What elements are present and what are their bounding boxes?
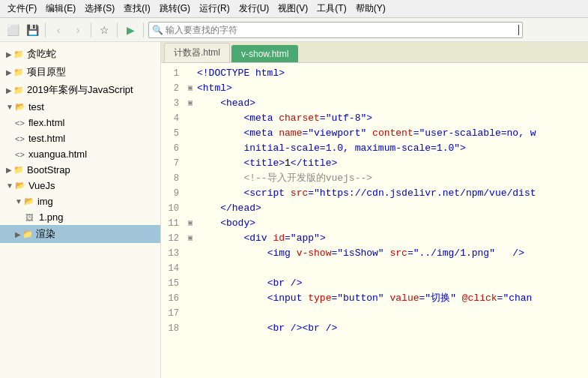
arrow-down-icon: ▼: [6, 182, 13, 190]
menu-tools[interactable]: 工具(T): [312, 1, 351, 16]
code-line-13: 13 <img v-show="isShow" src="../img/1.pn…: [161, 246, 588, 261]
sidebar-item-flex[interactable]: <> flex.html: [0, 115, 160, 130]
code-line-2: 2 ▣ <html>: [161, 81, 588, 96]
arrow-right-icon: ▶: [6, 50, 12, 58]
menu-edit[interactable]: 编辑(E): [41, 1, 80, 16]
arrow-down-icon: ▼: [15, 197, 22, 206]
code-line-15: 15 <br />: [161, 276, 588, 291]
sidebar-label-bootstrap: BootStrap: [27, 164, 156, 176]
code-line-17: 17: [161, 306, 588, 321]
search-input[interactable]: [166, 25, 517, 35]
main-layout: ▶ 📁 贪吃蛇 ▶ 📁 项目原型 ▶ 📁 2019年案例与JavaScript …: [0, 42, 588, 378]
sidebar-label-prototype: 项目原型: [27, 65, 156, 79]
editor-area: 计数器.html v-show.html 1 <!DOCTYPE html> 2…: [161, 42, 588, 378]
code-line-4: 4 <meta charset="utf-8">: [161, 111, 588, 126]
menu-select[interactable]: 选择(S): [80, 1, 119, 16]
arrow-right-icon: ▶: [15, 230, 21, 238]
sidebar-label-img: img: [37, 196, 156, 207]
menu-file[interactable]: 文件(F): [3, 1, 41, 16]
sidebar-label-1png: 1.png: [39, 212, 156, 223]
code-line-14: 14: [161, 261, 588, 276]
sidebar-item-prototype[interactable]: ▶ 📁 项目原型: [0, 63, 160, 81]
search-icon: 🔍: [152, 25, 163, 35]
sidebar-label-2019: 2019年案例与JavaScript: [27, 83, 156, 97]
sidebar-item-snakes[interactable]: ▶ 📁 贪吃蛇: [0, 45, 160, 63]
menu-bar: 文件(F) 编辑(E) 选择(S) 查找(I) 跳转(G) 运行(R) 发行(U…: [0, 0, 588, 18]
code-line-7: 7 <title>1</title>: [161, 156, 588, 171]
sidebar: ▶ 📁 贪吃蛇 ▶ 📁 项目原型 ▶ 📁 2019年案例与JavaScript …: [0, 42, 161, 378]
code-line-12: 12 ▣ <div id="app">: [161, 231, 588, 246]
toolbar-separator-1: [45, 22, 46, 38]
sidebar-item-xuangua[interactable]: <> xuangua.html: [0, 146, 160, 162]
toolbar-separator-4: [143, 22, 144, 38]
folder-open-icon: 📂: [15, 102, 25, 112]
code-line-6: 6 initial-scale=1.0, maximum-scale=1.0">: [161, 141, 588, 156]
star-button[interactable]: ☆: [96, 22, 112, 38]
tab-vshow[interactable]: v-show.html: [231, 45, 298, 62]
menu-run[interactable]: 运行(R): [195, 1, 234, 16]
sidebar-item-2019[interactable]: ▶ 📁 2019年案例与JavaScript: [0, 81, 160, 99]
html-file-icon: <>: [15, 150, 25, 159]
sidebar-label-xuan: 渲染: [36, 227, 156, 241]
sidebar-label-xuangua: xuangua.html: [28, 148, 156, 160]
back-button[interactable]: ‹: [50, 22, 67, 38]
sidebar-label-test-html: test.html: [28, 133, 156, 144]
arrow-right-icon: ▶: [6, 68, 12, 76]
menu-goto[interactable]: 跳转(G): [155, 1, 195, 16]
new-file-button[interactable]: ⬜: [4, 22, 21, 38]
sidebar-item-img[interactable]: ▼ 📂 img: [0, 194, 160, 209]
arrow-down-icon: ▼: [6, 103, 13, 111]
folder-icon: 📁: [13, 50, 24, 59]
menu-help[interactable]: 帮助(Y): [351, 1, 390, 16]
code-line-8: 8 <!--导入开发版的vuejs-->: [161, 171, 588, 186]
cursor-indicator: [518, 25, 519, 35]
folder-icon: 📁: [13, 68, 24, 77]
sidebar-label-vuejs: VueJs: [28, 180, 156, 191]
sidebar-label-test: test: [28, 101, 156, 112]
image-file-icon: 🖼: [25, 213, 36, 222]
arrow-right-icon: ▶: [6, 166, 12, 174]
sidebar-item-test[interactable]: ▼ 📂 test: [0, 99, 160, 115]
forward-button[interactable]: ›: [70, 22, 86, 38]
code-line-3: 3 ▣ <head>: [161, 96, 588, 111]
code-area[interactable]: 1 <!DOCTYPE html> 2 ▣ <html> 3 ▣ <head> …: [161, 63, 588, 378]
sidebar-item-bootstrap[interactable]: ▶ 📁 BootStrap: [0, 162, 160, 178]
sidebar-label-flex: flex.html: [28, 117, 156, 128]
tab-bar: 计数器.html v-show.html: [161, 42, 588, 63]
menu-publish[interactable]: 发行(U): [234, 1, 274, 16]
folder-open-icon: 📂: [15, 181, 25, 190]
arrow-right-icon: ▶: [6, 86, 12, 94]
folder-open-icon: 📂: [24, 196, 34, 206]
code-line-11: 11 ▣ <body>: [161, 216, 588, 231]
tab-counter-label: 计数器.html: [174, 46, 220, 59]
code-line-18: 18 <br /><br />: [161, 321, 588, 336]
folder-icon: 📁: [13, 86, 24, 95]
code-line-9: 9 <script src="https://cdn.jsdelivr.net/…: [161, 186, 588, 201]
save-button[interactable]: 💾: [24, 22, 40, 38]
sidebar-item-1png[interactable]: 🖼 1.png: [0, 209, 160, 225]
tab-counter[interactable]: 计数器.html: [164, 43, 230, 62]
code-line-5: 5 <meta name="viewport" content="user-sc…: [161, 126, 588, 141]
folder-icon: 📁: [22, 230, 33, 239]
toolbar-separator-3: [117, 22, 118, 38]
sidebar-label-snakes: 贪吃蛇: [27, 47, 156, 61]
run-button[interactable]: ▶: [122, 22, 139, 38]
code-line-16: 16 <input type="button" value="切换" @clic…: [161, 291, 588, 306]
toolbar: ⬜ 💾 ‹ › ☆ ▶ 🔍: [0, 18, 588, 42]
sidebar-item-test-html[interactable]: <> test.html: [0, 130, 160, 146]
sidebar-item-vuejs[interactable]: ▼ 📂 VueJs: [0, 178, 160, 194]
search-box: 🔍: [148, 22, 523, 38]
html-file-icon: <>: [15, 118, 25, 128]
code-line-1: 1 <!DOCTYPE html>: [161, 66, 588, 81]
menu-view[interactable]: 视图(V): [273, 1, 312, 16]
toolbar-separator-2: [91, 22, 91, 38]
menu-find[interactable]: 查找(I): [119, 1, 154, 16]
sidebar-item-xuan[interactable]: ▶ 📁 渲染: [0, 225, 160, 243]
tab-vshow-label: v-show.html: [241, 49, 288, 59]
html-file-icon: <>: [15, 134, 25, 143]
code-line-10: 10 </head>: [161, 201, 588, 216]
folder-icon: 📁: [13, 165, 24, 175]
